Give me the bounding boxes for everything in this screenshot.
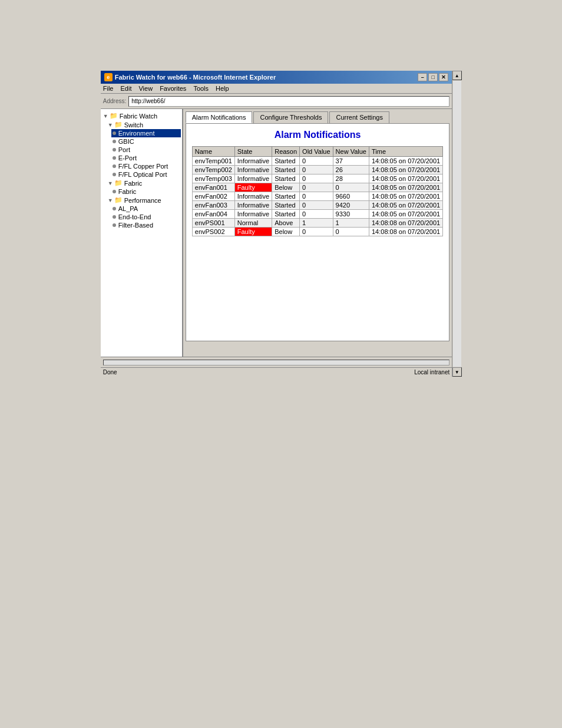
cell-time: 14:08:05 on 07/20/2001 — [369, 183, 443, 192]
cell-name: envTemp001 — [192, 157, 234, 166]
folder-icon: 📁 — [114, 196, 123, 204]
cell-time: 14:08:05 on 07/20/2001 — [369, 166, 443, 174]
sidebar-item-environment[interactable]: Environment — [111, 129, 181, 137]
cell-reason: Started — [272, 201, 300, 210]
cell-reason: Started — [272, 157, 300, 166]
table-row: envTemp003InformativeStarted02814:08:05 … — [192, 174, 442, 183]
col-reason: Reason — [272, 147, 300, 157]
minimize-button[interactable]: – — [418, 73, 427, 81]
sidebar-item-switch[interactable]: ▼ 📁 Switch — [107, 120, 181, 129]
cell-reason: Below — [272, 228, 300, 236]
menu-favorites[interactable]: Favorites — [160, 85, 186, 92]
tab-panel: Alarm Notifications Name State Reason Ol… — [186, 123, 449, 341]
maximize-button[interactable]: □ — [428, 73, 438, 81]
leaf-icon — [113, 156, 116, 160]
sidebar-item-port[interactable]: Port — [111, 146, 181, 154]
cell-state: Informative — [234, 201, 272, 210]
status-text: Done — [103, 369, 117, 375]
cell-new-value: 1 — [333, 219, 369, 228]
cell-reason: Above — [272, 219, 300, 228]
scrollbar-thumb[interactable] — [453, 81, 461, 367]
folder-icon: 📁 — [114, 179, 123, 187]
leaf-icon — [113, 215, 116, 219]
zone-text: Local intranet — [414, 369, 449, 375]
ie-titlebar: e Fabric Watch for web66 - Microsoft Int… — [101, 71, 452, 84]
ie-menu-bar: File Edit View Favorites Tools Help — [101, 84, 452, 94]
sidebar-item-fl-optical[interactable]: F/FL Optical Port — [111, 170, 181, 179]
folder-icon: 📁 — [114, 121, 123, 129]
sidebar-item-fabric[interactable]: ▼ 📁 Fabric — [107, 179, 181, 187]
vertical-scrollbar[interactable]: ▲ ▼ — [452, 71, 461, 377]
menu-view[interactable]: View — [138, 85, 153, 92]
cell-name: envFan003 — [192, 201, 234, 210]
sidebar-item-fabric-watch[interactable]: ▼ 📁 Fabric Watch — [102, 111, 181, 120]
tab-current-settings[interactable]: Current Settings — [329, 111, 389, 123]
cell-name: envFan002 — [192, 192, 234, 201]
cell-state: Informative — [234, 157, 272, 166]
cell-old-value: 0 — [300, 157, 333, 166]
horizontal-scrollbar[interactable] — [101, 357, 452, 367]
ie-toolbar: Address: http://web66/ — [101, 94, 452, 109]
leaf-icon — [113, 207, 116, 210]
sidebar-item-filter-based[interactable]: Filter-Based — [111, 221, 181, 229]
cell-old-value: 0 — [300, 210, 333, 219]
expand-icon: ▼ — [108, 180, 113, 186]
cell-state: Normal — [234, 219, 272, 228]
ie-icon: e — [104, 73, 113, 81]
table-row: envFan004InformativeStarted0933014:08:05… — [192, 210, 442, 219]
cell-reason: Started — [272, 192, 300, 201]
menu-file[interactable]: File — [103, 85, 114, 92]
expand-icon: ▼ — [108, 197, 113, 203]
expand-icon: ▼ — [103, 113, 108, 119]
col-state: State — [234, 147, 272, 157]
scroll-up-button[interactable]: ▲ — [452, 71, 462, 80]
sidebar-item-fabric-leaf[interactable]: Fabric — [111, 187, 181, 196]
ie-content: ▼ 📁 Fabric Watch ▼ 📁 Switch — [101, 109, 452, 357]
table-row: envTemp002InformativeStarted02614:08:05 … — [192, 166, 442, 174]
sidebar-item-label: F/FL Copper Port — [118, 163, 168, 170]
cell-new-value: 0 — [333, 183, 369, 192]
tab-alarm-notifications[interactable]: Alarm Notifications — [186, 111, 253, 123]
sidebar-item-performance[interactable]: ▼ 📁 Performance — [107, 196, 181, 205]
menu-help[interactable]: Help — [216, 85, 229, 92]
leaf-icon — [113, 148, 116, 151]
sidebar-item-end-to-end[interactable]: End-to-End — [111, 213, 181, 221]
scrollbar-track[interactable] — [103, 360, 449, 365]
sidebar-item-e-port[interactable]: E-Port — [111, 154, 181, 162]
sidebar-item-label: Fabric — [124, 180, 143, 187]
cell-time: 14:08:08 on 07/20/2001 — [369, 219, 443, 228]
alarm-table: Name State Reason Old Value New Value Ti… — [192, 146, 443, 236]
cell-name: envPS001 — [192, 219, 234, 228]
address-bar[interactable]: http://web66/ — [128, 96, 449, 107]
sidebar-item-label: Port — [118, 146, 130, 153]
cell-state: Informative — [234, 174, 272, 183]
sidebar-item-al-pa[interactable]: AL_PA — [111, 205, 181, 213]
cell-new-value: 9660 — [333, 192, 369, 201]
leaf-icon — [113, 140, 116, 143]
menu-tools[interactable]: Tools — [193, 85, 209, 92]
cell-reason: Started — [272, 174, 300, 183]
cell-time: 14:08:05 on 07/20/2001 — [369, 157, 443, 166]
scroll-down-button[interactable]: ▼ — [452, 367, 462, 377]
sidebar-item-gbic[interactable]: GBIC — [111, 137, 181, 146]
cell-new-value: 9420 — [333, 201, 369, 210]
col-name: Name — [192, 147, 234, 157]
table-row: envFan003InformativeStarted0942014:08:05… — [192, 201, 442, 210]
cell-old-value: 0 — [300, 174, 333, 183]
tab-configure-thresholds[interactable]: Configure Thresholds — [253, 111, 328, 123]
cell-state: Informative — [234, 210, 272, 219]
folder-icon: 📁 — [110, 112, 118, 120]
sidebar-item-fl-copper[interactable]: F/FL Copper Port — [111, 162, 181, 170]
leaf-icon — [113, 223, 116, 227]
cell-name: envTemp002 — [192, 166, 234, 174]
leaf-icon — [113, 190, 116, 193]
cell-time: 14:08:08 on 07/20/2001 — [369, 228, 443, 236]
cell-time: 14:08:05 on 07/20/2001 — [369, 192, 443, 201]
cell-name: envFan004 — [192, 210, 234, 219]
ie-title: Fabric Watch for web66 - Microsoft Inter… — [115, 74, 276, 81]
menu-edit[interactable]: Edit — [121, 85, 132, 92]
close-button[interactable]: ✕ — [439, 73, 448, 81]
cell-new-value: 9330 — [333, 210, 369, 219]
cell-time: 14:08:05 on 07/20/2001 — [369, 210, 443, 219]
cell-old-value: 0 — [300, 192, 333, 201]
